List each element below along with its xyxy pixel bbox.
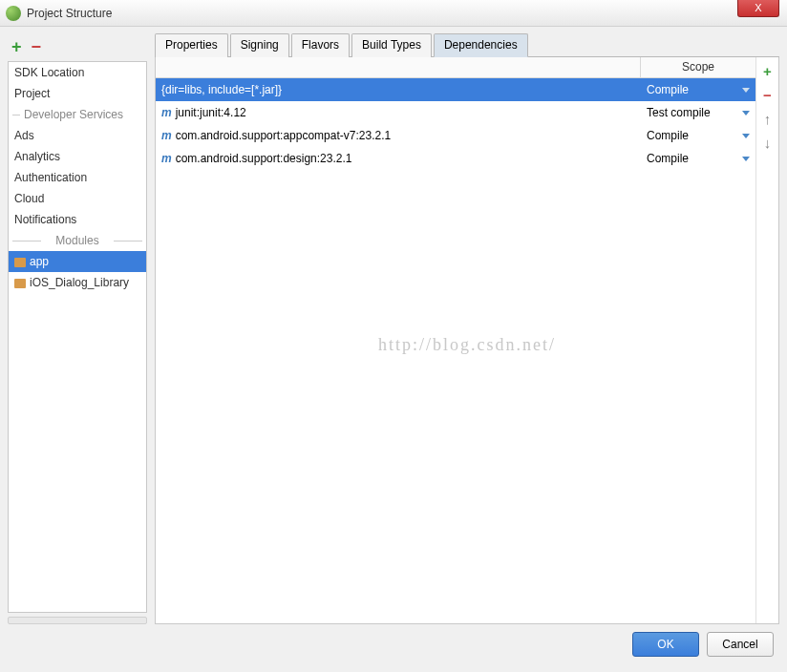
column-scope: Scope — [641, 57, 755, 77]
dependency-scope[interactable]: Compile — [647, 129, 689, 142]
dependencies-header: Scope — [156, 57, 755, 78]
module-label: iOS_Dialog_Library — [30, 276, 129, 289]
add-module-button[interactable]: + — [11, 37, 22, 57]
dependency-scope[interactable]: Compile — [647, 152, 689, 165]
maven-icon: m — [161, 106, 172, 119]
tab-flavors[interactable]: Flavors — [291, 33, 350, 57]
folder-icon — [14, 258, 26, 267]
dependency-tools: + − ↑ ↓ — [755, 57, 778, 623]
dependency-name: junit:junit:4.12 — [176, 106, 246, 119]
ok-button[interactable]: OK — [632, 632, 699, 657]
dependency-scope[interactable]: Compile — [647, 83, 689, 96]
sidebar-item-cloud[interactable]: Cloud — [9, 188, 146, 209]
sidebar: + − SDK Location Project Developer Servi… — [8, 32, 147, 624]
dependencies-content: Scope {dir=libs, include=[*.jar]} Compil… — [155, 57, 779, 624]
tab-build-types[interactable]: Build Types — [351, 33, 432, 57]
maven-icon: m — [161, 152, 172, 165]
main-panel: Properties Signing Flavors Build Types D… — [155, 32, 779, 624]
sidebar-item-authentication[interactable]: Authentication — [9, 167, 146, 188]
move-down-button[interactable]: ↓ — [764, 135, 772, 151]
sidebar-item-sdk-location[interactable]: SDK Location — [9, 62, 146, 83]
dependency-row[interactable]: mjunit:junit:4.12 Test compile — [156, 101, 755, 124]
chevron-down-icon[interactable] — [742, 134, 750, 138]
add-dependency-button[interactable]: + — [763, 63, 772, 79]
remove-module-button[interactable]: − — [32, 37, 42, 57]
dependencies-rows: {dir=libs, include=[*.jar]} Compile mjun… — [156, 78, 755, 170]
sidebar-toolbar: + − — [8, 32, 147, 61]
tab-dependencies[interactable]: Dependencies — [434, 33, 528, 57]
tabs: Properties Signing Flavors Build Types D… — [155, 32, 779, 57]
move-up-button[interactable]: ↑ — [764, 111, 772, 127]
sidebar-section-modules: Modules — [9, 230, 146, 251]
folder-icon — [14, 279, 26, 288]
chevron-down-icon[interactable] — [742, 111, 750, 116]
close-button[interactable]: X — [737, 0, 779, 17]
footer: OK Cancel — [0, 624, 787, 664]
dependency-row[interactable]: {dir=libs, include=[*.jar]} Compile — [156, 78, 755, 101]
sidebar-section-developer-services: Developer Services — [9, 104, 146, 125]
dependency-name: com.android.support:appcompat-v7:23.2.1 — [176, 129, 391, 142]
dependency-row[interactable]: mcom.android.support:design:23.2.1 Compi… — [156, 147, 755, 170]
sidebar-item-notifications[interactable]: Notifications — [9, 209, 146, 230]
window-title: Project Structure — [27, 7, 112, 20]
dependency-row[interactable]: mcom.android.support:appcompat-v7:23.2.1… — [156, 124, 755, 147]
module-label: app — [30, 255, 49, 268]
dependency-scope[interactable]: Test compile — [647, 106, 711, 119]
dependency-name: {dir=libs, include=[*.jar]} — [161, 83, 282, 96]
dependency-name: com.android.support:design:23.2.1 — [176, 152, 352, 165]
titlebar: Project Structure X — [0, 0, 787, 27]
tab-signing[interactable]: Signing — [230, 33, 289, 57]
sidebar-item-ads[interactable]: Ads — [9, 125, 146, 146]
chevron-down-icon[interactable] — [742, 157, 750, 161]
maven-icon: m — [161, 129, 172, 142]
sidebar-module-app[interactable]: app — [9, 251, 146, 272]
sidebar-module-ios-dialog-library[interactable]: iOS_Dialog_Library — [9, 272, 146, 293]
tab-properties[interactable]: Properties — [155, 33, 228, 57]
sidebar-list: SDK Location Project Developer Services … — [8, 61, 147, 613]
column-name — [156, 57, 641, 77]
dialog-body: + − SDK Location Project Developer Servi… — [0, 27, 787, 624]
sidebar-scrollbar[interactable] — [8, 617, 147, 624]
remove-dependency-button[interactable]: − — [763, 87, 772, 103]
chevron-down-icon[interactable] — [742, 88, 750, 93]
cancel-button[interactable]: Cancel — [707, 632, 774, 657]
sidebar-item-analytics[interactable]: Analytics — [9, 146, 146, 167]
app-icon — [6, 6, 21, 21]
dependencies-table: Scope {dir=libs, include=[*.jar]} Compil… — [156, 57, 755, 623]
sidebar-item-project[interactable]: Project — [9, 83, 146, 104]
